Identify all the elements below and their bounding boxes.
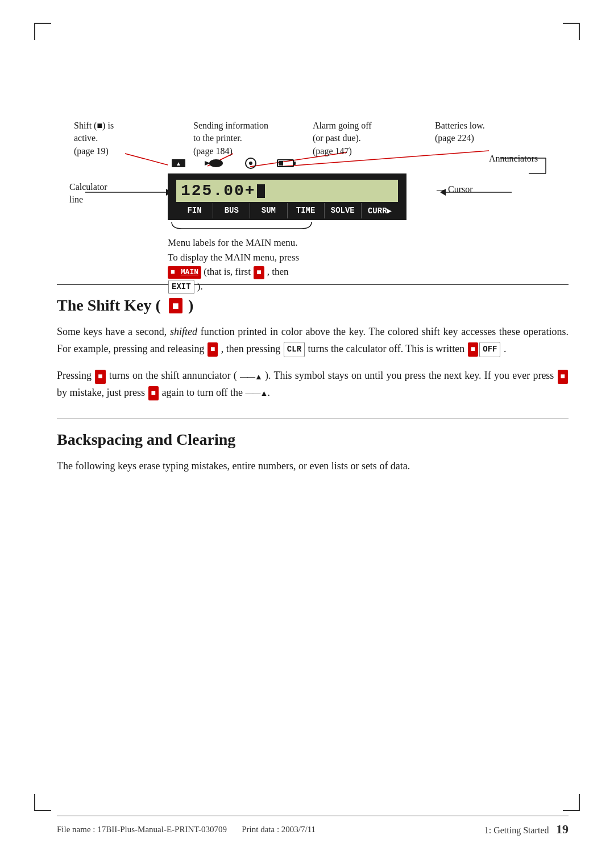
svg-line-0	[125, 154, 168, 165]
section2-para1: The following keys erase typing mistakes…	[57, 458, 569, 475]
shift-key-inline: ■	[254, 266, 264, 279]
section2-heading-text: Backspacing and Clearing	[57, 431, 235, 449]
section1-rule	[57, 284, 569, 285]
arrow-symbol2: ——▲	[246, 387, 268, 400]
diagram-section: Shift (■) isactive.(page 19) Sending inf…	[57, 46, 569, 262]
menu-item-sum: SUM	[250, 203, 287, 218]
callout-print: Sending informationto the printer.(page …	[193, 119, 268, 158]
filename-value: 17BII-Plus-Manual-E-PRINT-030709	[97, 825, 227, 834]
off-key-label: OFF	[479, 342, 500, 357]
callout-annunciators: Annunciators	[489, 152, 538, 165]
page-number-section: 1: Getting Started 19	[484, 822, 569, 837]
printdata-label: Print data :	[242, 825, 279, 834]
corner-mark-tr	[563, 23, 580, 40]
annunciator-row: ▲ •	[171, 156, 415, 170]
menu-item-time: TIME	[288, 203, 325, 218]
corner-mark-tl	[34, 23, 51, 40]
section1-para1: Some keys have a second, shifted functio…	[57, 324, 569, 357]
main-key: ■MAIN	[168, 266, 201, 279]
battery-annunciator-icon	[276, 158, 297, 169]
menu-label-description: Menu labels for the MAIN menu. To displa…	[168, 235, 299, 294]
menu-item-solve: SOLVE	[325, 203, 362, 218]
menu-item-bus: BUS	[213, 203, 250, 218]
section1-para2: Pressing ■ turns on the shift annunciato…	[57, 367, 569, 401]
exit-key-inline: EXIT	[168, 280, 194, 294]
menu-label-text-line3: ■MAIN (that is, first ■ , then EXIT ).	[168, 266, 289, 292]
menu-label-text-1: Menu labels for the MAIN menu.	[168, 237, 298, 248]
footer-filename: File name : 17BII-Plus-Manual-E-PRINT-03…	[57, 825, 316, 834]
then-text: , then	[267, 266, 289, 277]
main-key-label: MAIN	[178, 266, 201, 279]
svg-text:•: •	[250, 160, 252, 167]
callout-battery: Batteries low.(page 224)	[435, 119, 485, 145]
shift-key-off: ■	[468, 342, 478, 357]
callout-shift: Shift (■) isactive.(page 19)	[74, 119, 114, 158]
corner-mark-bl	[34, 794, 51, 811]
shift-key-p3: ■	[558, 370, 568, 384]
section1-heading: The Shift Key (■)	[57, 296, 569, 315]
page: Shift (■) isactive.(page 19) Sending inf…	[0, 0, 614, 868]
section2-heading: Backspacing and Clearing	[57, 431, 569, 449]
menu-item-fin: FIN	[176, 203, 213, 218]
page-number: 19	[556, 822, 569, 836]
calc-menu: FIN BUS SUM TIME SOLVE CURR▶	[176, 203, 398, 218]
corner-mark-br	[563, 794, 580, 811]
paren-close: ).	[197, 281, 203, 292]
shift-key-p2: ■	[95, 370, 105, 384]
main-key-description: (that is, first	[204, 266, 253, 277]
printdata-value: 2003/7/11	[281, 825, 316, 834]
off-key-combo: ■OFF	[467, 342, 501, 357]
menu-item-curr: CURR▶	[362, 203, 398, 218]
menu-label-text-2: To display the MAIN menu, press	[168, 252, 299, 263]
section1-heading-text: The Shift Key (	[57, 296, 161, 315]
page-section-label: 1: Getting Started	[484, 825, 549, 835]
section1-heading-end: )	[188, 296, 193, 315]
filename-label: File name :	[57, 825, 96, 834]
callout-cursor: — Cursor	[437, 183, 473, 196]
calculator-line: 125.00+	[176, 180, 398, 202]
shift-key-p4: ■	[148, 386, 159, 400]
callout-alarm: Alarm going off(or past due).(page 147)	[313, 119, 372, 158]
clr-key: CLR	[284, 342, 305, 357]
svg-point-13	[209, 159, 223, 167]
print-annunciator-icon	[202, 156, 225, 170]
svg-marker-15	[205, 161, 210, 166]
footer: File name : 17BII-Plus-Manual-E-PRINT-03…	[57, 816, 569, 837]
svg-rect-21	[279, 161, 283, 166]
section2-rule	[57, 419, 569, 419]
svg-rect-20	[293, 162, 296, 165]
calculator-display: 125.00+ FIN BUS SUM TIME SOLVE CURR▶	[168, 173, 406, 220]
callout-calculator-line: Calculatorline	[69, 181, 107, 206]
shift-annunciator-icon: ▲	[171, 157, 186, 170]
svg-text:▲: ▲	[176, 160, 181, 167]
arrow-symbol: ——▲	[240, 370, 262, 383]
alarm-annunciator-icon: •	[241, 156, 260, 170]
main-key-shift: ■	[168, 266, 178, 279]
section1-heading-key: ■	[169, 298, 182, 313]
shift-key-p1: ■	[208, 342, 218, 357]
calc-cursor	[257, 184, 265, 198]
calc-line-text: 125.00+	[181, 182, 256, 200]
